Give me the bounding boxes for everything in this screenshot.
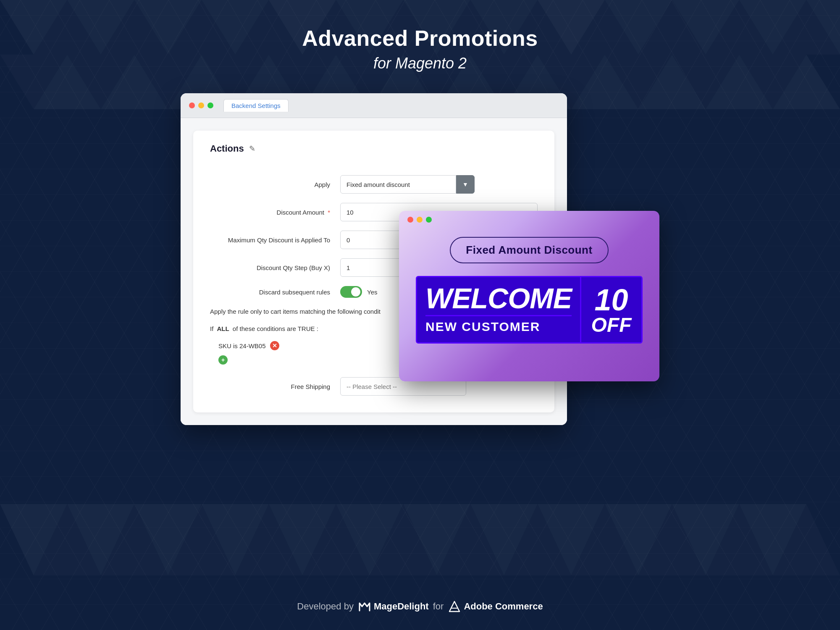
page-title: Advanced Promotions <box>302 25 538 51</box>
apply-dropdown-btn[interactable]: ▼ <box>456 175 475 194</box>
conditions-true-text: of these conditions are TRUE : <box>233 325 318 332</box>
discard-rules-toggle-label: Yes <box>367 289 377 296</box>
panel-header: Actions ✎ <box>210 143 538 163</box>
promo-titlebar <box>399 211 659 228</box>
footer-developed-by: Developed by <box>297 601 354 612</box>
discount-qty-step-label: Discount Qty Step (Buy X) <box>210 264 340 271</box>
panel-title: Actions <box>210 143 244 154</box>
promo-maximize-button[interactable] <box>426 217 432 223</box>
discount-off-text: OFF <box>591 315 632 335</box>
header: Advanced Promotions for Magento 2 <box>302 25 538 72</box>
tab-backend-settings[interactable]: Backend Settings <box>223 99 289 112</box>
welcome-banner: WELCOME NEW CUSTOMER 10 OFF <box>416 276 643 344</box>
promo-minimize-button[interactable] <box>417 217 423 223</box>
apply-select-wrapper: ▼ <box>340 175 475 194</box>
discount-amount-label: Discount Amount * <box>210 209 340 216</box>
required-indicator: * <box>328 209 330 216</box>
sku-condition-text: SKU is 24-WB05 <box>218 342 266 349</box>
chevron-down-icon: ▼ <box>462 181 468 188</box>
promo-body: Fixed Amount Discount WELCOME NEW CUSTOM… <box>399 228 659 360</box>
window-titlebar: Backend Settings <box>181 93 567 118</box>
welcome-text: WELCOME <box>425 284 572 312</box>
discard-rules-toggle[interactable] <box>340 286 362 298</box>
mage-delight-logo: MageDelight <box>358 600 429 613</box>
free-shipping-label: Free Shipping <box>210 383 340 390</box>
windows-container: Backend Settings Actions ✎ Apply ▼ <box>181 93 659 471</box>
discard-rules-label: Discard subsequent rules <box>210 289 340 296</box>
minimize-button[interactable] <box>198 102 204 108</box>
promo-card-window: Fixed Amount Discount WELCOME NEW CUSTOM… <box>399 211 659 381</box>
adobe-commerce-name: Adobe Commerce <box>464 601 543 612</box>
close-button[interactable] <box>189 102 195 108</box>
footer: Developed by MageDelight for Adobe Comme… <box>297 587 543 630</box>
mage-delight-icon <box>358 600 371 613</box>
promo-close-button[interactable] <box>407 217 413 223</box>
add-condition-btn[interactable]: + <box>218 355 228 365</box>
footer-for-text: for <box>433 601 444 612</box>
discard-rules-toggle-wrapper: Yes <box>340 286 377 298</box>
adobe-commerce-logo: Adobe Commerce <box>448 600 543 613</box>
adobe-icon <box>448 600 461 613</box>
remove-condition-btn[interactable]: ✕ <box>270 341 279 350</box>
apply-label: Apply <box>210 181 340 188</box>
if-text: If <box>210 325 213 332</box>
all-text: ALL <box>217 325 229 332</box>
welcome-right: 10 OFF <box>580 277 641 342</box>
mage-delight-name: MageDelight <box>374 601 429 612</box>
apply-row: Apply ▼ <box>210 175 538 194</box>
page-content: Advanced Promotions for Magento 2 Backen… <box>0 0 840 630</box>
edit-icon[interactable]: ✎ <box>249 144 255 153</box>
promo-badge: Fixed Amount Discount <box>450 237 608 263</box>
max-qty-label: Maximum Qty Discount is Applied To <box>210 236 340 244</box>
page-subtitle: for Magento 2 <box>302 55 538 72</box>
apply-select[interactable] <box>340 175 456 194</box>
new-customer-text: NEW CUSTOMER <box>425 315 572 334</box>
discount-number: 10 <box>594 285 628 315</box>
welcome-left: WELCOME NEW CUSTOMER <box>417 277 580 342</box>
maximize-button[interactable] <box>207 102 213 108</box>
